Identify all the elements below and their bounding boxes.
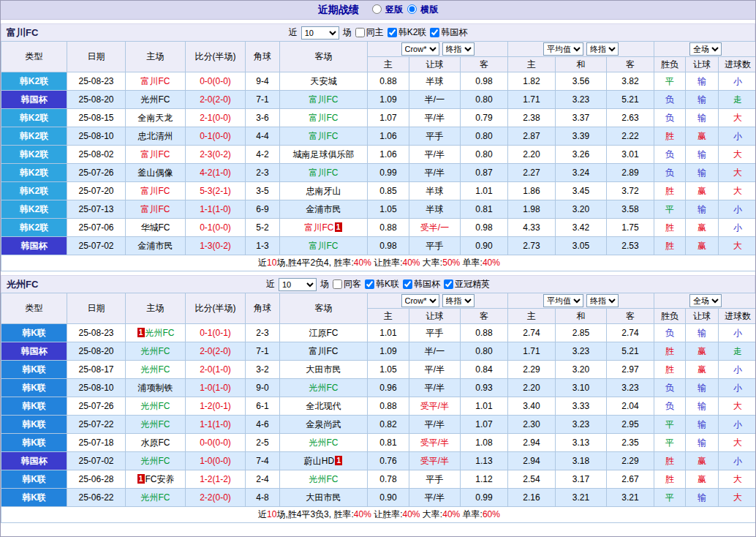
league-filter-input[interactable]: [430, 28, 439, 37]
match-row: 韩K联25-06-22光州FC2-2(0-0)4-8大田市民0.90平/半0.9…: [1, 489, 756, 507]
corner-cell: 4-2: [246, 146, 280, 164]
home-team[interactable]: 富川FC: [141, 149, 170, 159]
home-team[interactable]: 光州FC: [141, 401, 170, 411]
league-filter-input[interactable]: [388, 28, 397, 37]
odds-source-select[interactable]: 终指: [586, 42, 619, 56]
horizontal-radio[interactable]: [407, 4, 417, 14]
odds-source-select[interactable]: Crow*: [401, 42, 439, 56]
sub-col-header: 客: [607, 57, 654, 72]
home-team[interactable]: 富川FC: [141, 186, 170, 196]
avg-away-odds: 2.89: [607, 164, 654, 182]
home-team[interactable]: 光州FC: [141, 456, 170, 466]
away-team[interactable]: 富川FC: [305, 222, 334, 233]
rounds-select[interactable]: 10: [279, 278, 317, 291]
handicap-result-cell: 赢: [686, 182, 719, 200]
home-team[interactable]: 光州FC: [141, 492, 170, 503]
home-team-cell: 光州FC: [126, 452, 186, 470]
home-team[interactable]: FC安养: [145, 474, 175, 484]
league-filter-checkbox[interactable]: 韩国杯: [428, 26, 467, 39]
layout-option-horizontal[interactable]: 横版: [406, 4, 438, 16]
home-team[interactable]: 浦项制铁: [138, 383, 173, 393]
league-filter-input[interactable]: [444, 279, 453, 289]
asia-away-odds: 0.87: [461, 164, 508, 182]
home-team[interactable]: 华城FC: [141, 222, 170, 233]
away-team[interactable]: 富川FC: [309, 94, 339, 105]
home-team[interactable]: 水原FC: [141, 438, 170, 448]
corner-cell: 7-1: [246, 342, 280, 361]
home-team[interactable]: 忠北清州: [138, 131, 173, 141]
away-team[interactable]: 忠南牙山: [306, 186, 341, 196]
away-team[interactable]: 蔚山HD: [304, 456, 334, 466]
league-filter-checkbox[interactable]: 韩K联: [363, 278, 399, 290]
summary-segment: 单率:: [460, 258, 483, 268]
odds-source-select[interactable]: 终指: [442, 42, 475, 56]
away-team[interactable]: 江原FC: [309, 328, 339, 338]
home-team[interactable]: 光州FC: [141, 419, 170, 429]
results-table: 类型日期主场比分(半场)角球客场Crow*终指平均值终指全场主让球客主和客胜负让…: [1, 41, 756, 271]
match-row: 韩K2联25-08-10忠北清州0-1(0-0)4-4富川FC1.06平手0.8…: [1, 127, 756, 146]
away-team[interactable]: 金泉尚武: [306, 419, 341, 429]
asia-home-odds: 0.85: [368, 182, 409, 200]
handicap-result-cell: 输: [686, 146, 719, 164]
away-team[interactable]: 大田市民: [306, 492, 341, 503]
same-venue-checkbox[interactable]: 同主: [354, 26, 384, 39]
odds-source-select[interactable]: 终指: [586, 294, 619, 307]
league-filter-checkbox[interactable]: 亚冠精英: [442, 278, 490, 290]
league-cell: 韩国杯: [1, 342, 67, 361]
away-team[interactable]: 光州FC: [309, 474, 339, 484]
odds-source-select[interactable]: 全场: [689, 294, 722, 307]
corner-cell: 4-8: [246, 489, 280, 507]
away-team[interactable]: 富川FC: [309, 113, 339, 123]
corner-cell: 7-4: [246, 452, 280, 470]
home-team[interactable]: 富川FC: [141, 76, 170, 86]
vertical-radio[interactable]: [372, 4, 382, 14]
away-team[interactable]: 金浦市民: [306, 204, 341, 214]
avg-away-odds: 3.21: [607, 489, 654, 507]
away-team[interactable]: 富川FC: [309, 241, 339, 251]
odds-source-select[interactable]: 终指: [442, 294, 475, 307]
league-filter-checkbox[interactable]: 韩K2联: [386, 26, 427, 39]
home-team[interactable]: 光州FC: [141, 364, 170, 375]
asia-home-odds: 1.06: [368, 146, 409, 164]
col-header: 客场: [280, 42, 368, 72]
home-team[interactable]: 金浦市民: [138, 241, 173, 251]
away-team[interactable]: 富川FC: [309, 346, 339, 356]
away-team[interactable]: 全北现代: [306, 401, 341, 411]
summary-segment: 50%: [442, 258, 460, 268]
home-team[interactable]: 釜山偶像: [138, 168, 173, 178]
same-venue-input[interactable]: [355, 28, 365, 37]
home-team[interactable]: 光州FC: [141, 346, 170, 356]
home-team[interactable]: 全南天龙: [138, 113, 173, 123]
same-venue-checkbox[interactable]: 同客: [331, 278, 361, 290]
league-filter-input[interactable]: [403, 279, 412, 289]
odds-source-select[interactable]: Crow*: [401, 294, 439, 307]
away-team[interactable]: 富川FC: [309, 168, 339, 178]
odds-source-select[interactable]: 平均值: [543, 294, 583, 307]
home-team[interactable]: 光州FC: [145, 328, 175, 338]
league-filter-checkbox[interactable]: 韩国杯: [401, 278, 440, 290]
odds-source-select[interactable]: 全场: [689, 42, 722, 56]
odds-source-select[interactable]: 平均值: [543, 42, 583, 56]
same-venue-input[interactable]: [333, 279, 342, 289]
col-header: 角球: [246, 293, 280, 324]
rounds-select[interactable]: 10: [301, 26, 339, 40]
goal-result-cell: 小: [719, 127, 756, 146]
away-team[interactable]: 富川FC: [309, 131, 339, 141]
red-card-badge: 1: [335, 456, 342, 465]
layout-option-vertical[interactable]: 竖版: [371, 4, 403, 16]
home-team[interactable]: 富川FC: [141, 204, 170, 214]
away-team[interactable]: 光州FC: [309, 438, 339, 448]
away-team[interactable]: 城南足球俱乐部: [293, 149, 355, 159]
home-team[interactable]: 光州FC: [141, 94, 170, 105]
sub-col-header: 主: [368, 309, 409, 324]
away-team[interactable]: 光州FC: [309, 383, 339, 393]
away-team-cell: 城南足球俱乐部: [280, 146, 368, 164]
score-cell: 2-0(1-0): [186, 361, 246, 379]
avg-home-odds: 1.71: [508, 342, 556, 361]
away-team[interactable]: 大田市民: [306, 364, 341, 375]
avg-away-odds: 3.58: [607, 200, 654, 219]
league-cell: 韩K2联: [1, 200, 67, 219]
league-filter-input[interactable]: [365, 279, 374, 289]
away-team[interactable]: 天安城: [311, 76, 337, 86]
match-row: 韩国杯25-08-20光州FC2-0(2-0)7-1富川FC1.09半/一0.8…: [1, 91, 756, 109]
